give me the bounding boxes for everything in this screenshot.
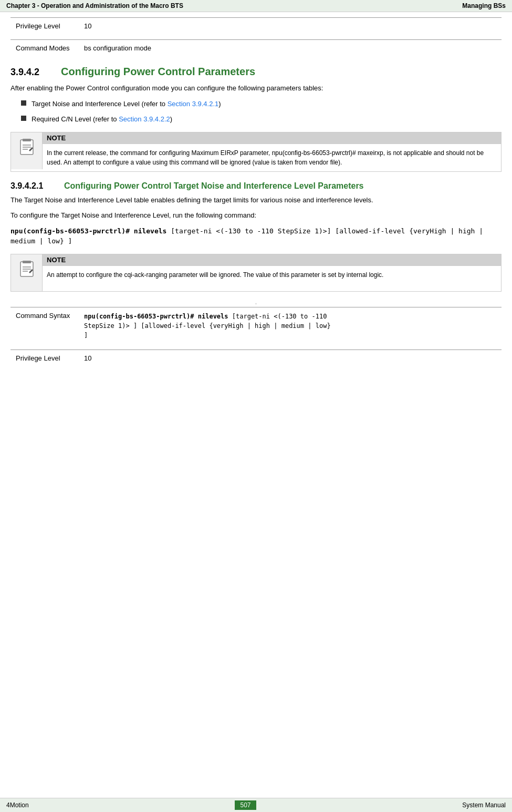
note-1-icon-area — [11, 132, 43, 169]
footer-right: System Manual — [462, 801, 506, 809]
bullet-item-2: Required C/N Level (refer to Section 3.9… — [21, 114, 501, 125]
note-2-title: NOTE — [43, 254, 501, 266]
note-1-title: NOTE — [43, 132, 501, 144]
privilege-level-table-2: Privilege Level 10 — [11, 350, 501, 366]
note-icon-2 — [17, 260, 36, 279]
privilege-level-table-1: Privilege Level 10 — [11, 17, 501, 34]
footer-page: 507 — [235, 800, 256, 810]
command-modes-table: Command Modes bs configuration mode — [11, 39, 501, 56]
header-left: Chapter 3 - Operation and Administration… — [6, 2, 183, 9]
section-394-2-heading: 3.9.4.2 Configuring Power Control Parame… — [11, 66, 501, 78]
privilege-level-value-1: 10 — [79, 18, 501, 35]
command-syntax-label: Command Syntax — [11, 307, 79, 344]
cmd-bold-part: npu(config-bs-66053-pwrctrl)# nilevels — [11, 227, 166, 235]
section-394-2-num: 3.9.4.2 — [11, 67, 53, 78]
privilege-level-label-1: Privilege Level — [11, 18, 79, 35]
note-1-text: In the current release, the command for … — [43, 144, 501, 171]
note-icon-1 — [17, 138, 36, 157]
privilege-level-label-2: Privilege Level — [11, 350, 79, 366]
note-1-content: NOTE In the current release, the command… — [43, 132, 501, 171]
syntax-bold: npu(config-bs-66053-pwrctrl)# nilevels — [84, 313, 228, 320]
section-394-2-body1: After enabling the Power Control configu… — [11, 83, 501, 94]
syntax-block: npu(config-bs-66053-pwrctrl)# nilevels [… — [84, 312, 496, 340]
bullet-square-1 — [21, 100, 26, 106]
bullet-1-text: Target Noise and Interference Level (ref… — [32, 99, 221, 109]
header-right: Managing BSs — [462, 2, 506, 9]
footer-bar: 4Motion 507 System Manual — [0, 798, 512, 812]
svg-rect-6 — [23, 261, 31, 263]
bullet-2-text: Required C/N Level (refer to Section 3.9… — [32, 114, 172, 125]
note-2-container: NOTE An attempt to configure the cqi-ack… — [11, 254, 501, 292]
command-modes-value: bs configuration mode — [79, 40, 501, 57]
main-content: Privilege Level 10 Command Modes bs conf… — [0, 12, 512, 440]
section-394-2-1-title: Configuring Power Control Target Noise a… — [64, 181, 364, 191]
command-line: npu(config-bs-66053-pwrctrl)# nilevels [… — [11, 226, 501, 246]
command-modes-label: Command Modes — [11, 40, 79, 57]
separator-mark: , — [11, 299, 501, 305]
section-394-2-1-body2: To configure the Target Noise and Interf… — [11, 210, 501, 221]
header-bar: Chapter 3 - Operation and Administration… — [0, 0, 512, 12]
section-394-2-title: Configuring Power Control Parameters — [61, 66, 255, 78]
section-394-2-2-link[interactable]: Section 3.9.4.2.2 — [119, 115, 170, 123]
note-1-container: NOTE In the current release, the command… — [11, 132, 501, 172]
section-394-2-1-body1: The Target Noise and Interference Level … — [11, 195, 501, 205]
note-2-content: NOTE An attempt to configure the cqi-ack… — [43, 254, 501, 284]
command-syntax-value: npu(config-bs-66053-pwrctrl)# nilevels [… — [79, 307, 501, 344]
command-syntax-table: Command Syntax npu(config-bs-66053-pwrct… — [11, 307, 501, 344]
svg-rect-1 — [23, 139, 31, 141]
section-394-2-1-link[interactable]: Section 3.9.4.2.1 — [168, 100, 219, 108]
section-394-2-1-num: 3.9.4.2.1 — [11, 181, 58, 191]
bullet-item-1: Target Noise and Interference Level (ref… — [21, 99, 501, 109]
footer-left: 4Motion — [6, 801, 29, 809]
section-394-2-1-heading: 3.9.4.2.1 Configuring Power Control Targ… — [11, 181, 501, 191]
note-2-icon-area — [11, 254, 43, 291]
bullet-list: Target Noise and Interference Level (ref… — [21, 99, 501, 125]
bullet-square-2 — [21, 116, 26, 121]
privilege-level-value-2: 10 — [79, 350, 501, 366]
note-2-text: An attempt to configure the cqi-ack-rang… — [43, 266, 501, 284]
